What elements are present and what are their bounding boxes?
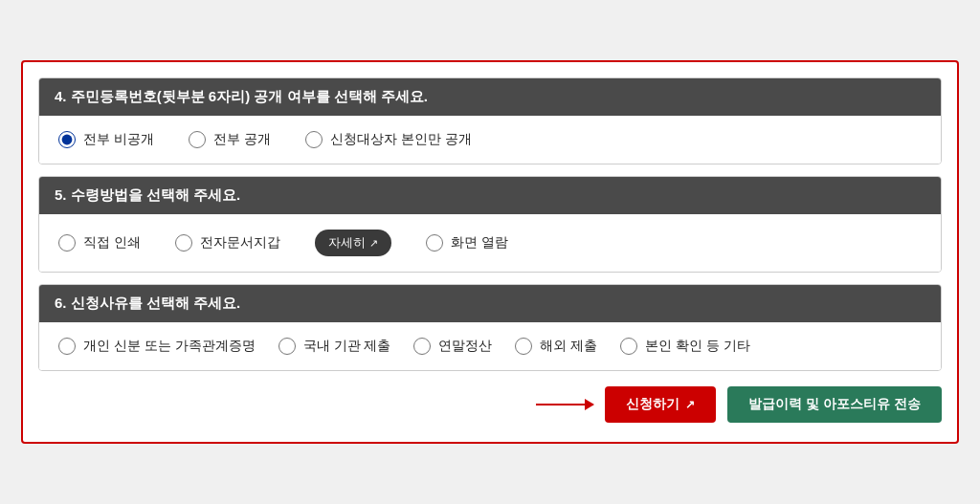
apply-button[interactable]: 신청하기 ↗ bbox=[605, 386, 716, 423]
radio-item-reason-3[interactable]: 연말정산 bbox=[413, 338, 492, 355]
radio-reason-overseas[interactable] bbox=[515, 338, 532, 355]
radio-item-reason-2[interactable]: 국내 기관 제출 bbox=[278, 338, 391, 355]
footer-row: 신청하기 ↗ 발급이력 및 아포스티유 전송 bbox=[38, 383, 942, 427]
radio-item-reason-4[interactable]: 해외 제출 bbox=[515, 338, 597, 355]
section6: 6. 신청사유를 선택해 주세요. 개인 신분 또는 가족관계증명 국내 기관 … bbox=[38, 284, 942, 371]
section4-body: 전부 비공개 전부 공개 신청대상자 본인만 공개 bbox=[39, 116, 941, 164]
radio-label-privacy-3: 신청대상자 본인만 공개 bbox=[330, 131, 472, 148]
section6-body: 개인 신분 또는 가족관계증명 국내 기관 제출 연말정산 해외 제출 본인 확… bbox=[39, 322, 941, 370]
radio-item-reason-5[interactable]: 본인 확인 등 기타 bbox=[620, 338, 750, 355]
section5: 5. 수령방법을 선택해 주세요. 직접 인쇄 전자문서지갑 자세히 ↗ 화면 … bbox=[38, 176, 942, 273]
radio-label-reason-2: 국내 기관 제출 bbox=[303, 338, 391, 355]
radio-item-privacy-3[interactable]: 신청대상자 본인만 공개 bbox=[305, 131, 472, 148]
detail-button[interactable]: 자세히 ↗ bbox=[315, 230, 391, 256]
radio-label-reason-1: 개인 신분 또는 가족관계증명 bbox=[83, 338, 256, 355]
radio-item-delivery-2[interactable]: 전자문서지갑 bbox=[175, 234, 280, 252]
radio-label-delivery-2: 전자문서지갑 bbox=[200, 234, 280, 252]
radio-label-delivery-1: 직접 인쇄 bbox=[83, 234, 141, 252]
radio-reason-yearend[interactable] bbox=[413, 338, 431, 355]
radio-reason-other[interactable] bbox=[620, 338, 637, 355]
section4-header: 4. 주민등록번호(뒷부분 6자리) 공개 여부를 선택해 주세요. bbox=[39, 78, 941, 116]
radio-item-delivery-1[interactable]: 직접 인쇄 bbox=[58, 234, 141, 252]
radio-delivery-edoc[interactable] bbox=[175, 234, 192, 252]
section4: 4. 주민등록번호(뒷부분 6자리) 공개 여부를 선택해 주세요. 전부 비공… bbox=[38, 77, 942, 164]
radio-label-privacy-1: 전부 비공개 bbox=[83, 131, 154, 148]
radio-item-privacy-2[interactable]: 전부 공개 bbox=[189, 131, 271, 148]
section6-header: 6. 신청사유를 선택해 주세요. bbox=[39, 285, 941, 322]
radio-label-privacy-2: 전부 공개 bbox=[213, 131, 271, 148]
radio-item-privacy-1[interactable]: 전부 비공개 bbox=[58, 131, 154, 148]
radio-item-reason-1[interactable]: 개인 신분 또는 가족관계증명 bbox=[58, 338, 256, 355]
arrow-area bbox=[536, 404, 593, 405]
radio-reason-personal[interactable] bbox=[58, 338, 76, 355]
radio-label-reason-3: 연말정산 bbox=[438, 338, 492, 355]
arrow-decoration bbox=[536, 404, 593, 405]
section5-header: 5. 수령방법을 선택해 주세요. bbox=[39, 177, 941, 214]
radio-label-delivery-3: 화면 열람 bbox=[451, 234, 508, 252]
main-container: 4. 주민등록번호(뒷부분 6자리) 공개 여부를 선택해 주세요. 전부 비공… bbox=[21, 60, 959, 444]
apply-external-icon: ↗ bbox=[685, 398, 695, 411]
radio-label-reason-5: 본인 확인 등 기타 bbox=[645, 338, 750, 355]
radio-privacy-all-private[interactable] bbox=[58, 131, 76, 148]
radio-label-reason-4: 해외 제출 bbox=[540, 338, 597, 355]
radio-delivery-print[interactable] bbox=[58, 234, 76, 252]
external-link-icon: ↗ bbox=[369, 237, 378, 250]
radio-item-delivery-3[interactable]: 화면 열람 bbox=[426, 234, 508, 252]
radio-delivery-screen[interactable] bbox=[426, 234, 443, 252]
section5-body: 직접 인쇄 전자문서지갑 자세히 ↗ 화면 열람 bbox=[39, 214, 941, 272]
radio-reason-domestic[interactable] bbox=[278, 338, 296, 355]
history-button[interactable]: 발급이력 및 아포스티유 전송 bbox=[727, 386, 942, 423]
radio-privacy-self-only[interactable] bbox=[305, 131, 323, 148]
radio-privacy-all-public[interactable] bbox=[189, 131, 206, 148]
